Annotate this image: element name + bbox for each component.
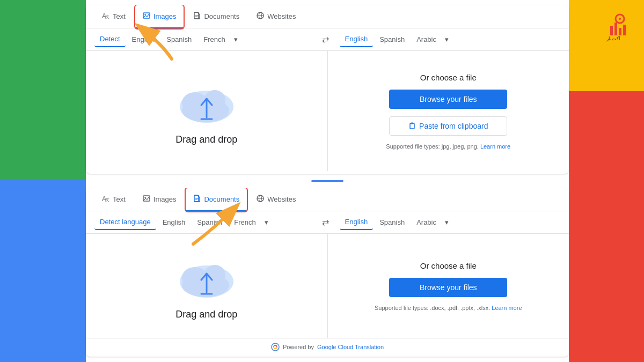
swap-icon-2[interactable]: ⇄ xyxy=(316,217,335,227)
bg-blue xyxy=(0,180,86,362)
svg-rect-9 xyxy=(143,13,150,18)
lang-more-src-2[interactable]: ▾ xyxy=(262,216,270,228)
text-icon-2: A文 xyxy=(102,195,109,204)
choose-file-text-1: Or choose a file xyxy=(420,73,477,82)
globe-icon-2 xyxy=(257,195,264,204)
tab-text-2[interactable]: A文 Text xyxy=(94,188,133,211)
bg-red-top xyxy=(569,91,644,198)
globe-icon-1 xyxy=(257,12,264,21)
google-cloud-link[interactable]: Google Cloud Translation xyxy=(317,344,384,350)
lang-spanish-src-2[interactable]: Spanish xyxy=(192,215,228,230)
lang-arabic-tgt-2[interactable]: Arabic xyxy=(411,215,442,230)
swap-icon-1[interactable]: ⇄ xyxy=(316,34,335,45)
tab-images-2[interactable]: Images xyxy=(135,188,184,211)
svg-text:文: 文 xyxy=(105,197,109,202)
clipboard-icon xyxy=(408,122,416,130)
svg-text:文: 文 xyxy=(105,14,109,19)
svg-rect-4 xyxy=(619,28,621,35)
card1-right-panel: Or choose a file Browse your files Paste… xyxy=(328,51,569,171)
svg-text:آکت‌بار: آکت‌بار xyxy=(606,35,620,42)
lang-more-tgt-1[interactable]: ▾ xyxy=(443,33,451,46)
image-icon-1 xyxy=(143,12,150,21)
card1-translate-area: Drag and drop Or choose a file Browse yo… xyxy=(86,51,569,171)
supported-text-1: Supported file types: jpg, jpeg, png. Le… xyxy=(386,143,510,150)
bg-red-bottom xyxy=(569,196,644,362)
card1-tabs: A文 Text Images Documents Websi xyxy=(86,5,569,28)
svg-rect-27 xyxy=(143,196,150,201)
choose-file-text-2: Or choose a file xyxy=(420,261,477,270)
document-icon-1 xyxy=(193,12,201,21)
lang-more-src-1[interactable]: ▾ xyxy=(232,33,240,46)
supported-text-2: Supported file types: .docx, .pdf, .pptx… xyxy=(375,305,522,311)
lang-detect-1[interactable]: Detect xyxy=(94,32,126,47)
content-wrapper: A文 Text Images Documents Websi xyxy=(86,5,569,357)
lang-more-tgt-2[interactable]: ▾ xyxy=(443,216,451,228)
card-divider xyxy=(311,180,343,182)
learn-more-link-2[interactable]: Learn more xyxy=(492,305,522,311)
svg-point-10 xyxy=(144,14,145,15)
lang-french-src-1[interactable]: French xyxy=(198,32,230,47)
lang-english-src-2[interactable]: English xyxy=(157,215,191,230)
lang-detect-2[interactable]: Detect language xyxy=(94,215,156,230)
card1-source-langs: Detect English Spanish French ▾ xyxy=(94,32,316,47)
svg-point-1 xyxy=(619,18,621,20)
svg-point-41 xyxy=(272,343,279,351)
tab-images-1[interactable]: Images xyxy=(135,5,184,28)
cloud-upload-icon-1 xyxy=(174,77,239,125)
card1: A文 Text Images Documents Websi xyxy=(86,5,569,174)
card1-lang-bar: Detect English Spanish French ▾ ⇄ Englis… xyxy=(86,28,569,51)
lang-spanish-tgt-2[interactable]: Spanish xyxy=(374,215,410,230)
lang-french-src-2[interactable]: French xyxy=(229,215,261,230)
drag-drop-text-2: Drag and drop xyxy=(175,309,237,320)
lang-spanish-tgt-1[interactable]: Spanish xyxy=(374,32,410,47)
powered-bar: Powered by Google Cloud Translation xyxy=(86,338,569,356)
card2: A文 Text Images Documents Websi xyxy=(86,188,569,357)
lang-spanish-src-1[interactable]: Spanish xyxy=(161,32,197,47)
svg-rect-5 xyxy=(623,25,626,35)
logo-container: آکت‌بار xyxy=(569,0,644,54)
learn-more-link-1[interactable]: Learn more xyxy=(480,143,510,150)
card1-upload-zone[interactable]: Drag and drop xyxy=(86,51,328,171)
image-icon-2 xyxy=(143,195,150,204)
lang-english-src-1[interactable]: English xyxy=(127,32,160,47)
browse-btn-2[interactable]: Browse your files xyxy=(389,278,507,297)
card2-translate-area: Drag and drop Or choose a file Browse yo… xyxy=(86,234,569,338)
browse-btn-1[interactable]: Browse your files xyxy=(389,90,507,109)
lang-english-tgt-2[interactable]: English xyxy=(340,215,374,230)
tab-websites-1[interactable]: Websites xyxy=(249,5,303,28)
tab-documents-1[interactable]: Documents xyxy=(186,5,247,28)
svg-rect-2 xyxy=(610,26,613,35)
card2-target-langs: English Spanish Arabic ▾ xyxy=(335,215,561,230)
card2-lang-bar: Detect language English Spanish French ▾… xyxy=(86,211,569,234)
text-icon-1: A文 xyxy=(102,12,109,21)
lang-arabic-tgt-1[interactable]: Arabic xyxy=(411,32,442,47)
card2-upload-zone[interactable]: Drag and drop xyxy=(86,234,328,338)
logo-icon: آکت‌بار xyxy=(582,11,631,43)
card2-right-panel: Or choose a file Browse your files Suppo… xyxy=(328,234,569,338)
cloud-upload-icon-2 xyxy=(174,252,239,300)
tab-websites-2[interactable]: Websites xyxy=(249,188,303,211)
svg-rect-3 xyxy=(614,23,617,35)
tab-text-1[interactable]: A文 Text xyxy=(94,5,133,28)
tab-documents-2[interactable]: Documents xyxy=(186,188,247,211)
document-icon-2 xyxy=(193,195,201,204)
google-cloud-icon xyxy=(271,343,280,351)
drag-drop-text-1: Drag and drop xyxy=(175,134,237,145)
bg-green xyxy=(0,0,86,182)
svg-point-28 xyxy=(144,197,145,198)
card2-tabs: A文 Text Images Documents Websi xyxy=(86,188,569,211)
card2-source-langs: Detect language English Spanish French ▾ xyxy=(94,215,316,230)
lang-english-tgt-1[interactable]: English xyxy=(340,32,374,47)
card1-target-langs: English Spanish Arabic ▾ xyxy=(335,32,561,47)
paste-btn-1[interactable]: Paste from clipboard xyxy=(389,116,507,136)
